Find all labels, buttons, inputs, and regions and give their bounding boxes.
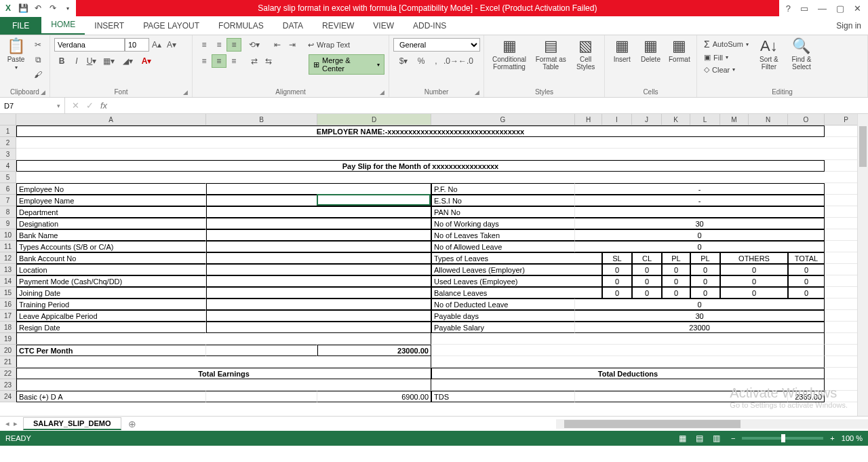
cell[interactable]: Pay Slip for the Month of xxxxxxxxxxxxxx… [16, 160, 825, 172]
row-header[interactable]: 8 [0, 206, 16, 218]
cell[interactable]: P.F. No [431, 183, 575, 195]
cell[interactable]: 0 [788, 264, 825, 275]
row-header[interactable]: 14 [0, 275, 16, 287]
col-header[interactable]: D [317, 114, 431, 125]
sign-in-link[interactable]: Sign in [829, 17, 868, 35]
align-top-icon[interactable]: ≡ [197, 38, 212, 52]
find-select-button[interactable]: 🔍Find & Select [787, 38, 816, 71]
cell[interactable]: 0 [602, 287, 632, 299]
cell[interactable]: 0 [788, 287, 825, 299]
cell[interactable] [431, 345, 825, 356]
col-header[interactable]: A [16, 114, 206, 125]
conditional-formatting-button[interactable]: ▦Conditional Formatting [488, 38, 530, 71]
row-header[interactable]: 6 [0, 183, 16, 195]
tab-home[interactable]: HOME [41, 16, 85, 35]
row-header[interactable]: 5 [0, 172, 16, 183]
horizontal-scrollbar[interactable] [556, 419, 868, 429]
cell[interactable]: Employee Name [16, 195, 206, 206]
row-header[interactable]: 20 [0, 345, 16, 356]
row-header[interactable]: 11 [0, 241, 16, 252]
cell[interactable]: 30 [575, 310, 825, 322]
merge-center-button[interactable]: ⊞Merge & Center▾ [309, 54, 384, 75]
cell[interactable]: Types Accounts (S/B or C/A) [16, 241, 206, 252]
tab-review[interactable]: REVIEW [313, 17, 363, 35]
cell[interactable]: PL [662, 252, 690, 264]
sheet-tab[interactable]: SALARY_SLIP_DEMO [23, 417, 121, 430]
cell[interactable]: 0 [720, 287, 788, 299]
tab-formulas[interactable]: FORMULAS [209, 17, 273, 35]
save-icon[interactable]: 💾 [18, 3, 28, 14]
font-size-combo[interactable] [125, 38, 149, 52]
maximize-icon[interactable]: ▢ [836, 3, 844, 14]
cell[interactable] [16, 149, 868, 160]
align-right-icon[interactable]: ≡ [226, 54, 241, 68]
cell[interactable]: 0 [662, 264, 690, 275]
increase-decimal-icon[interactable]: .0→ [443, 54, 458, 68]
cell[interactable]: No of Allowed Leave [431, 241, 575, 252]
sort-filter-button[interactable]: A↓Sort & Filter [754, 38, 784, 71]
cell[interactable]: 0 [602, 264, 632, 275]
cell[interactable]: Designation [16, 218, 206, 229]
cell-styles-button[interactable]: ▧Cell Styles [571, 38, 600, 71]
name-box[interactable]: D7▾ [0, 98, 65, 113]
cell[interactable]: 0 [662, 287, 690, 299]
cell[interactable] [16, 379, 431, 391]
percent-icon[interactable]: % [414, 54, 429, 68]
tab-insert[interactable]: INSERT [85, 17, 134, 35]
row-header[interactable]: 1 [0, 126, 16, 137]
decrease-decimal-icon[interactable]: ←.0 [458, 54, 473, 68]
col-header[interactable]: L [690, 114, 720, 125]
cell[interactable]: E.S.I No [431, 195, 575, 206]
cell[interactable]: Allowed Leaves (Employer) [431, 264, 602, 275]
tab-page-layout[interactable]: PAGE LAYOUT [134, 17, 209, 35]
cell[interactable] [206, 206, 431, 218]
cell[interactable]: TOTAL [788, 252, 825, 264]
col-header[interactable]: G [431, 114, 575, 125]
cell[interactable]: 0 [632, 275, 662, 287]
col-header[interactable]: K [662, 114, 690, 125]
cell[interactable] [206, 218, 431, 229]
number-launcher-icon[interactable]: ◢ [475, 89, 479, 96]
col-header[interactable]: H [575, 114, 602, 125]
row-header[interactable]: 24 [0, 391, 16, 402]
cell[interactable]: 6900.00 [317, 391, 431, 402]
decrease-indent-icon[interactable]: ⇤ [270, 38, 285, 52]
cell[interactable] [206, 391, 317, 402]
cell[interactable] [206, 195, 431, 206]
row-header[interactable]: 22 [0, 368, 16, 379]
cell[interactable]: 0 [662, 275, 690, 287]
font-color-button[interactable]: A▾ [137, 54, 156, 68]
ltr-icon[interactable]: ⇄ [247, 54, 262, 68]
cell[interactable]: Bank Account No [16, 252, 206, 264]
wrap-text-button[interactable]: ↩Wrap Text [305, 38, 353, 52]
clear-button[interactable]: ◇Clear▾ [701, 64, 751, 75]
paste-button[interactable]: 📋 Paste ▾ [4, 38, 28, 71]
cell[interactable]: Balance Leaves [431, 287, 602, 299]
add-sheet-icon[interactable]: ⊕ [128, 419, 136, 429]
row-header[interactable]: 16 [0, 299, 16, 310]
zoom-slider[interactable] [742, 437, 823, 440]
row-header[interactable]: 12 [0, 252, 16, 264]
cell[interactable] [16, 333, 431, 345]
cell[interactable]: 0 [788, 275, 825, 287]
autosum-button[interactable]: ΣAutoSum▾ [701, 38, 751, 50]
cell[interactable] [206, 310, 431, 322]
bold-button[interactable]: B [54, 54, 69, 68]
increase-indent-icon[interactable]: ⇥ [285, 38, 300, 52]
cell[interactable]: 2369.00 [788, 391, 825, 402]
col-header[interactable]: B [206, 114, 317, 125]
ribbon-options-icon[interactable]: ▭ [800, 3, 808, 14]
select-all-corner[interactable] [0, 114, 16, 126]
cut-icon[interactable]: ✂ [31, 38, 45, 52]
currency-icon[interactable]: $▾ [393, 54, 414, 68]
cell[interactable] [431, 333, 825, 345]
cell[interactable]: Employee No [16, 183, 206, 195]
align-bottom-icon[interactable]: ≡ [226, 38, 241, 52]
tab-addins[interactable]: ADD-INS [403, 17, 456, 35]
cell[interactable]: Payment Mode (Cash/Chq/DD) [16, 275, 206, 287]
rtl-icon[interactable]: ⇆ [261, 54, 276, 68]
sheet-nav-next-icon[interactable]: ▸ [14, 419, 18, 428]
cell[interactable]: SL [602, 252, 632, 264]
row-header[interactable]: 7 [0, 195, 16, 206]
cell[interactable] [206, 252, 431, 264]
